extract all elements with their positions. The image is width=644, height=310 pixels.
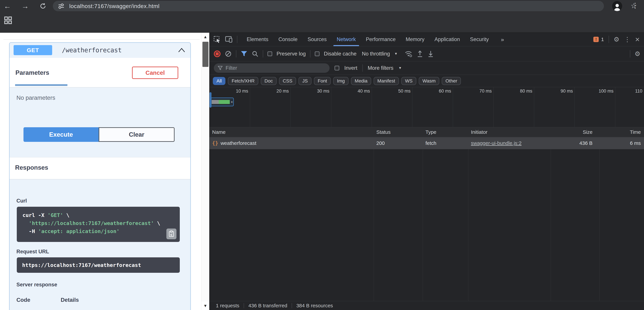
scrollbar-up-arrow[interactable]: ▲: [202, 33, 209, 41]
more-tabs-chevron[interactable]: »: [498, 36, 507, 43]
throttling-dropdown[interactable]: No throttling ▼: [362, 51, 398, 57]
column-header-name[interactable]: Name: [212, 127, 226, 137]
type-filter-chip[interactable]: Doc: [261, 77, 276, 85]
clear-network-log-icon[interactable]: [225, 50, 232, 57]
devtools-tab[interactable]: Network: [332, 33, 361, 46]
request-size-cell: 436 B: [551, 137, 596, 149]
profile-avatar[interactable]: [612, 1, 622, 11]
no-parameters-text: No parameters: [16, 94, 55, 101]
devtools-tab[interactable]: Console: [273, 33, 302, 46]
page-scrollbar[interactable]: ▲ ▼: [201, 33, 209, 310]
type-filter-chip[interactable]: Other: [442, 77, 461, 85]
request-waterfall-bar[interactable]: [210, 98, 234, 106]
waterfall-end-dot: [231, 101, 232, 103]
filter-input[interactable]: [226, 65, 326, 71]
devtools-tab[interactable]: Elements: [242, 33, 273, 46]
disable-cache-checkbox[interactable]: [315, 52, 320, 56]
import-har-icon[interactable]: [417, 50, 423, 57]
requests-count[interactable]: 1 requests: [216, 303, 239, 308]
request-status-cell: 200: [376, 137, 385, 149]
timeline-tick-label: 30 ms: [317, 88, 330, 94]
timeline-tick-label: 50 ms: [398, 88, 410, 94]
reload-icon[interactable]: [38, 1, 48, 11]
resources-size[interactable]: 384 B resources: [296, 303, 333, 308]
timeline-tick-label: 40 ms: [358, 88, 370, 94]
devtools-tab[interactable]: Security: [465, 33, 494, 46]
type-filter-chip[interactable]: Manifest: [374, 77, 399, 85]
apps-grid-icon[interactable]: [4, 16, 12, 25]
execute-button[interactable]: Execute: [24, 127, 98, 142]
issues-badge-icon[interactable]: !: [593, 37, 599, 42]
network-settings-gear-icon[interactable]: ⚙: [634, 51, 640, 57]
scrollbar-down-arrow[interactable]: ▼: [202, 302, 209, 310]
column-divider[interactable]: [468, 127, 468, 301]
export-har-icon[interactable]: [428, 50, 434, 57]
preserve-log-label[interactable]: Preserve log: [276, 51, 306, 57]
url-text[interactable]: localhost:7167/swagger/index.html: [69, 3, 160, 10]
type-filter-chip[interactable]: Fetch/XHR: [228, 77, 258, 85]
curl-label: Curl: [16, 198, 27, 204]
type-filter-chip[interactable]: CSS: [279, 77, 296, 85]
cancel-button[interactable]: Cancel: [132, 66, 178, 79]
filter-funnel-icon[interactable]: [241, 51, 247, 57]
back-icon[interactable]: ←: [2, 1, 12, 11]
type-filter-chip[interactable]: JS: [298, 77, 312, 85]
type-filter-chip[interactable]: Media: [351, 77, 371, 85]
scrollbar-thumb[interactable]: [202, 42, 208, 67]
devtools-tab[interactable]: Application: [430, 33, 465, 46]
inspect-element-icon[interactable]: [214, 36, 220, 43]
screen: ← → localhost:7167/swagger/index.html ☆ …: [0, 0, 644, 310]
toolbar-divider: [362, 64, 363, 72]
fetch-braces-icon: {}: [212, 140, 218, 146]
type-filter-chip[interactable]: Wasm: [419, 77, 439, 85]
devtools-tab[interactable]: Memory: [401, 33, 430, 46]
collapse-chevron-icon[interactable]: [178, 48, 185, 53]
request-initiator-cell[interactable]: swagger-ui-bundle.js:2: [471, 137, 522, 149]
column-header-time[interactable]: Time: [600, 127, 643, 137]
request-name-cell[interactable]: {}weatherforecast: [212, 137, 256, 149]
column-header-size[interactable]: Size: [551, 127, 596, 137]
network-overview-timeline[interactable]: 10 ms20 ms30 ms40 ms50 ms60 ms70 ms80 ms…: [210, 87, 644, 127]
column-header-status[interactable]: Status: [376, 127, 390, 137]
clear-button[interactable]: Clear: [98, 127, 174, 142]
type-filter-chip[interactable]: Font: [314, 77, 331, 85]
copy-to-clipboard-button[interactable]: [166, 228, 176, 239]
devtools-close-icon[interactable]: ×: [635, 36, 640, 43]
site-settings-icon[interactable]: [58, 2, 65, 10]
device-toolbar-icon[interactable]: [225, 36, 232, 43]
network-conditions-icon[interactable]: [405, 50, 412, 57]
error-count[interactable]: 1: [601, 36, 604, 42]
preserve-log-checkbox[interactable]: [268, 52, 272, 56]
more-filters-label[interactable]: More filters: [368, 65, 394, 71]
filter-input-pill[interactable]: [214, 63, 330, 73]
column-divider[interactable]: [551, 127, 551, 301]
toolbar-divider: [263, 50, 263, 58]
browser-toolbar: ← → localhost:7167/swagger/index.html ☆ …: [0, 0, 644, 12]
disable-cache-label[interactable]: Disable cache: [324, 51, 356, 57]
invert-checkbox[interactable]: [334, 66, 339, 70]
record-network-log-button[interactable]: [214, 50, 220, 57]
timeline-tick-label: 100 ms: [598, 88, 614, 94]
transferred-size[interactable]: 436 B transferred: [248, 303, 287, 308]
browser-menu-icon[interactable]: ⋮: [631, 1, 639, 10]
devtools-settings-gear-icon[interactable]: ⚙: [614, 36, 619, 42]
devtools-tabbar: ElementsConsoleSourcesNetworkPerformance…: [210, 33, 644, 46]
devtools-tab[interactable]: Performance: [361, 33, 400, 46]
browser-chrome: ← → localhost:7167/swagger/index.html ☆ …: [0, 0, 644, 33]
address-bar[interactable]: localhost:7167/swagger/index.html: [53, 1, 604, 11]
column-header-initiator[interactable]: Initiator: [471, 127, 487, 137]
type-filter-chip[interactable]: Img: [333, 77, 348, 85]
column-divider[interactable]: [423, 127, 423, 301]
column-header-type[interactable]: Type: [426, 127, 436, 137]
forward-icon[interactable]: →: [20, 1, 30, 11]
type-filter-chip[interactable]: WS: [401, 77, 416, 85]
parameters-tab-underline: [15, 84, 68, 86]
column-divider[interactable]: [600, 127, 600, 301]
devtools-menu-icon[interactable]: ⋮: [624, 36, 630, 42]
search-icon[interactable]: [252, 50, 258, 57]
devtools-tab[interactable]: Sources: [302, 33, 332, 46]
type-filter-chip[interactable]: All: [213, 77, 226, 85]
opblock-header[interactable]: GET /weatherforecast: [9, 42, 191, 58]
table-row[interactable]: {}weatherforecast 200 fetch swagger-ui-b…: [210, 137, 644, 149]
invert-label[interactable]: Invert: [344, 65, 358, 71]
